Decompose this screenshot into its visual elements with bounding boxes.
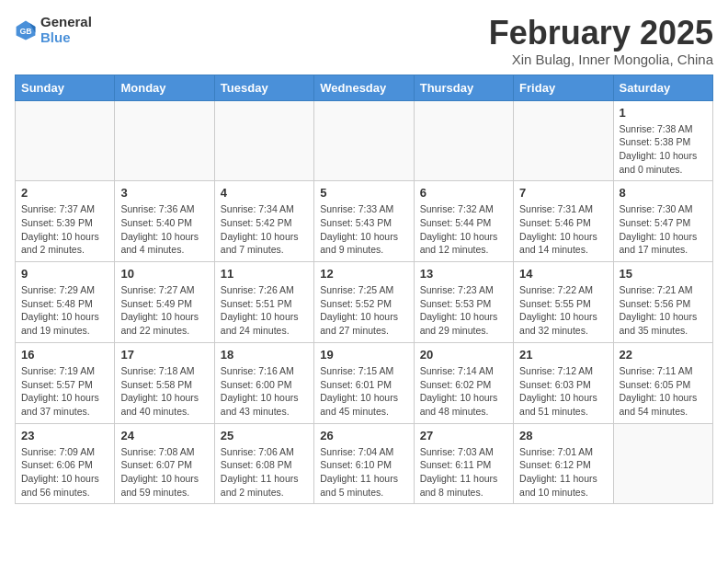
- day-cell: 23Sunrise: 7:09 AM Sunset: 6:06 PM Dayli…: [16, 423, 115, 504]
- day-info: Sunrise: 7:25 AM Sunset: 5:52 PM Dayligh…: [320, 283, 407, 338]
- day-info: Sunrise: 7:32 AM Sunset: 5:44 PM Dayligh…: [420, 202, 507, 257]
- day-info: Sunrise: 7:08 AM Sunset: 6:07 PM Dayligh…: [120, 445, 208, 500]
- day-number: 13: [420, 267, 507, 281]
- day-number: 27: [420, 429, 507, 442]
- day-info: Sunrise: 7:29 AM Sunset: 5:48 PM Dayligh…: [21, 283, 108, 338]
- day-cell: 18Sunrise: 7:16 AM Sunset: 6:00 PM Dayli…: [214, 342, 313, 423]
- day-number: 23: [21, 429, 108, 442]
- day-info: Sunrise: 7:04 AM Sunset: 6:10 PM Dayligh…: [320, 445, 407, 500]
- day-number: 26: [320, 429, 407, 442]
- day-cell: 19Sunrise: 7:15 AM Sunset: 6:01 PM Dayli…: [314, 342, 414, 423]
- week-row-5: 23Sunrise: 7:09 AM Sunset: 6:06 PM Dayli…: [16, 423, 713, 504]
- day-info: Sunrise: 7:37 AM Sunset: 5:39 PM Dayligh…: [21, 202, 108, 257]
- day-cell: 15Sunrise: 7:21 AM Sunset: 5:56 PM Dayli…: [613, 262, 712, 343]
- day-info: Sunrise: 7:36 AM Sunset: 5:40 PM Dayligh…: [120, 202, 208, 257]
- day-number: 10: [120, 267, 208, 281]
- day-info: Sunrise: 7:06 AM Sunset: 6:08 PM Dayligh…: [221, 445, 308, 500]
- day-number: 24: [120, 429, 208, 442]
- day-cell: 27Sunrise: 7:03 AM Sunset: 6:11 PM Dayli…: [414, 423, 513, 504]
- day-info: Sunrise: 7:03 AM Sunset: 6:11 PM Dayligh…: [420, 445, 507, 500]
- weekday-header-wednesday: Wednesday: [314, 75, 414, 100]
- title-block: February 2025 Xin Bulag, Inner Mongolia,…: [489, 15, 713, 67]
- day-cell: 6Sunrise: 7:32 AM Sunset: 5:44 PM Daylig…: [414, 181, 513, 262]
- day-info: Sunrise: 7:26 AM Sunset: 5:51 PM Dayligh…: [221, 283, 308, 338]
- day-number: 2: [21, 186, 108, 200]
- weekday-header-thursday: Thursday: [414, 75, 513, 100]
- day-info: Sunrise: 7:38 AM Sunset: 5:38 PM Dayligh…: [620, 122, 707, 177]
- logo-text: General Blue: [40, 15, 92, 45]
- day-cell: [16, 100, 115, 181]
- day-number: 7: [519, 186, 607, 200]
- day-cell: 14Sunrise: 7:22 AM Sunset: 5:55 PM Dayli…: [514, 262, 613, 343]
- day-cell: 16Sunrise: 7:19 AM Sunset: 5:57 PM Dayli…: [16, 342, 115, 423]
- weekday-header-friday: Friday: [514, 75, 613, 100]
- weekday-header-tuesday: Tuesday: [214, 75, 313, 100]
- day-cell: 3Sunrise: 7:36 AM Sunset: 5:40 PM Daylig…: [115, 181, 214, 262]
- day-number: 16: [21, 348, 108, 362]
- day-cell: 13Sunrise: 7:23 AM Sunset: 5:53 PM Dayli…: [414, 262, 513, 343]
- day-info: Sunrise: 7:11 AM Sunset: 6:05 PM Dayligh…: [620, 364, 707, 419]
- day-cell: 20Sunrise: 7:14 AM Sunset: 6:02 PM Dayli…: [414, 342, 513, 423]
- calendar: SundayMondayTuesdayWednesdayThursdayFrid…: [15, 75, 713, 505]
- day-cell: 4Sunrise: 7:34 AM Sunset: 5:42 PM Daylig…: [214, 181, 313, 262]
- day-cell: 5Sunrise: 7:33 AM Sunset: 5:43 PM Daylig…: [314, 181, 414, 262]
- logo: GB General Blue: [15, 15, 92, 45]
- day-number: 11: [221, 267, 308, 281]
- day-cell: 12Sunrise: 7:25 AM Sunset: 5:52 PM Dayli…: [314, 262, 414, 343]
- day-number: 9: [21, 267, 108, 281]
- day-number: 6: [420, 186, 507, 200]
- day-number: 20: [420, 348, 507, 362]
- day-number: 12: [320, 267, 407, 281]
- day-cell: 24Sunrise: 7:08 AM Sunset: 6:07 PM Dayli…: [115, 423, 214, 504]
- day-cell: [514, 100, 613, 181]
- day-cell: 22Sunrise: 7:11 AM Sunset: 6:05 PM Dayli…: [613, 342, 712, 423]
- weekday-header-saturday: Saturday: [613, 75, 712, 100]
- day-info: Sunrise: 7:09 AM Sunset: 6:06 PM Dayligh…: [21, 445, 108, 500]
- week-row-4: 16Sunrise: 7:19 AM Sunset: 5:57 PM Dayli…: [16, 342, 713, 423]
- day-info: Sunrise: 7:34 AM Sunset: 5:42 PM Dayligh…: [221, 202, 308, 257]
- day-info: Sunrise: 7:30 AM Sunset: 5:47 PM Dayligh…: [620, 202, 707, 257]
- day-number: 19: [320, 348, 407, 362]
- day-info: Sunrise: 7:15 AM Sunset: 6:01 PM Dayligh…: [320, 364, 407, 419]
- svg-text:GB: GB: [19, 27, 31, 36]
- weekday-header-sunday: Sunday: [16, 75, 115, 100]
- location: Xin Bulag, Inner Mongolia, China: [489, 52, 713, 67]
- logo-icon: GB: [15, 19, 37, 41]
- day-number: 28: [519, 429, 607, 442]
- logo-general: General: [40, 15, 92, 30]
- week-row-2: 2Sunrise: 7:37 AM Sunset: 5:39 PM Daylig…: [16, 181, 713, 262]
- weekday-header-row: SundayMondayTuesdayWednesdayThursdayFrid…: [16, 75, 713, 100]
- day-number: 4: [221, 186, 308, 200]
- day-number: 15: [620, 267, 707, 281]
- day-cell: 10Sunrise: 7:27 AM Sunset: 5:49 PM Dayli…: [115, 262, 214, 343]
- day-cell: 21Sunrise: 7:12 AM Sunset: 6:03 PM Dayli…: [514, 342, 613, 423]
- day-info: Sunrise: 7:23 AM Sunset: 5:53 PM Dayligh…: [420, 283, 507, 338]
- day-number: 22: [620, 348, 707, 362]
- day-number: 14: [519, 267, 607, 281]
- day-info: Sunrise: 7:12 AM Sunset: 6:03 PM Dayligh…: [519, 364, 607, 419]
- day-info: Sunrise: 7:18 AM Sunset: 5:58 PM Dayligh…: [120, 364, 208, 419]
- day-number: 5: [320, 186, 407, 200]
- day-number: 3: [120, 186, 208, 200]
- day-cell: 8Sunrise: 7:30 AM Sunset: 5:47 PM Daylig…: [613, 181, 712, 262]
- day-cell: 26Sunrise: 7:04 AM Sunset: 6:10 PM Dayli…: [314, 423, 414, 504]
- day-number: 25: [221, 429, 308, 442]
- day-cell: [414, 100, 513, 181]
- day-cell: 17Sunrise: 7:18 AM Sunset: 5:58 PM Dayli…: [115, 342, 214, 423]
- day-cell: [314, 100, 414, 181]
- day-number: 8: [620, 186, 707, 200]
- week-row-3: 9Sunrise: 7:29 AM Sunset: 5:48 PM Daylig…: [16, 262, 713, 343]
- month-year: February 2025: [489, 15, 713, 52]
- day-cell: 1Sunrise: 7:38 AM Sunset: 5:38 PM Daylig…: [613, 100, 712, 181]
- week-row-1: 1Sunrise: 7:38 AM Sunset: 5:38 PM Daylig…: [16, 100, 713, 181]
- page-header: GB General Blue February 2025 Xin Bulag,…: [15, 15, 713, 67]
- day-cell: [613, 423, 712, 504]
- day-info: Sunrise: 7:01 AM Sunset: 6:12 PM Dayligh…: [519, 445, 607, 500]
- day-info: Sunrise: 7:21 AM Sunset: 5:56 PM Dayligh…: [620, 283, 707, 338]
- day-info: Sunrise: 7:27 AM Sunset: 5:49 PM Dayligh…: [120, 283, 208, 338]
- day-info: Sunrise: 7:33 AM Sunset: 5:43 PM Dayligh…: [320, 202, 407, 257]
- day-cell: 9Sunrise: 7:29 AM Sunset: 5:48 PM Daylig…: [16, 262, 115, 343]
- logo-blue: Blue: [40, 30, 92, 46]
- day-cell: 7Sunrise: 7:31 AM Sunset: 5:46 PM Daylig…: [514, 181, 613, 262]
- day-cell: [214, 100, 313, 181]
